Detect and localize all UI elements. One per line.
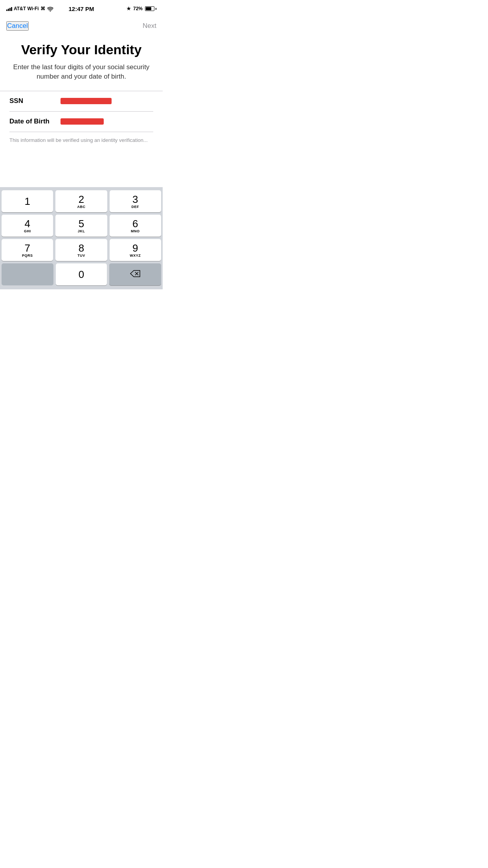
status-time: 12:47 PM [68,6,94,12]
status-bar: AT&T Wi-Fi ⌘ 12:47 PM ★ 72% [0,0,163,17]
form-note: This information will be verified using … [9,132,153,149]
key-8[interactable]: 8 TUV [55,239,107,261]
numeric-keyboard: 1 2 ABC 3 DEF 4 GHI 5 JKL 6 MNO 7 PQRS [0,187,163,289]
key-6[interactable]: 6 MNO [110,215,161,237]
ssn-redacted-value [61,98,112,104]
carrier-label: AT&T Wi-Fi [14,6,39,11]
dob-label: Date of Birth [9,118,61,125]
wifi-icon: ⌘ [40,6,53,11]
signal-bar-1 [6,9,7,11]
key-3[interactable]: 3 DEF [110,190,161,212]
key-empty [2,263,53,285]
status-left: AT&T Wi-Fi ⌘ [6,6,53,11]
delete-icon [130,270,141,280]
key-9[interactable]: 9 WXYZ [110,239,161,261]
page-subtitle: Enter the last four digits of your socia… [9,63,153,81]
nav-bar: Cancel Next [0,17,163,35]
keyboard-row-2: 4 GHI 5 JKL 6 MNO [2,215,161,237]
content-area: Verify Your Identity Enter the last four… [0,35,163,149]
keyboard-row-1: 1 2 ABC 3 DEF [2,190,161,212]
key-1[interactable]: 1 [2,190,53,212]
key-delete[interactable] [109,263,161,285]
dob-row[interactable]: Date of Birth [9,112,153,132]
key-0[interactable]: 0 [56,263,107,285]
keyboard-row-3: 7 PQRS 8 TUV 9 WXYZ [2,239,161,261]
signal-bar-2 [8,9,9,11]
cancel-button[interactable]: Cancel [6,21,29,31]
key-2[interactable]: 2 ABC [55,190,107,212]
keyboard-row-4: 0 [2,263,161,285]
key-5[interactable]: 5 JKL [55,215,107,237]
ssn-row[interactable]: SSN [9,91,153,112]
signal-bar-3 [9,8,11,11]
key-4[interactable]: 4 GHI [2,215,53,237]
dob-redacted-value [61,118,104,125]
battery-percentage: 72% [133,6,143,11]
signal-bar-4 [11,7,12,11]
battery-indicator [145,6,156,11]
next-button: Next [143,22,156,30]
ssn-label: SSN [9,97,61,105]
signal-bars [6,6,12,11]
bluetooth-icon: ★ [127,6,131,11]
key-7[interactable]: 7 PQRS [2,239,53,261]
status-right: ★ 72% [127,6,156,11]
page-title: Verify Your Identity [9,42,153,57]
